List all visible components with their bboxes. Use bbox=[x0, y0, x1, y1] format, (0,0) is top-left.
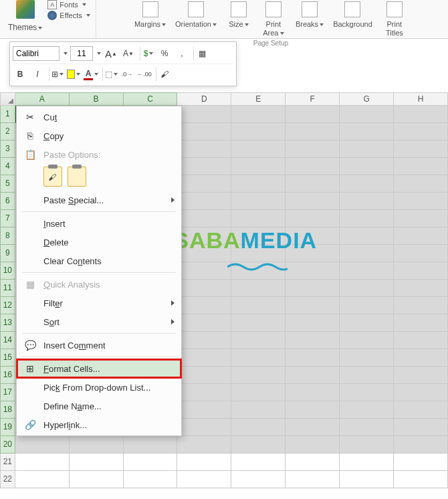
cell[interactable] bbox=[231, 227, 286, 245]
row-header[interactable]: 17 bbox=[0, 384, 15, 401]
italic-button[interactable]: I bbox=[30, 67, 45, 82]
cell[interactable] bbox=[394, 367, 448, 384]
insert-comment-menuitem[interactable]: 💬Insert Comment bbox=[17, 336, 181, 355]
cell[interactable] bbox=[340, 106, 394, 123]
cell[interactable] bbox=[70, 436, 124, 454]
row-header[interactable]: 20 bbox=[0, 436, 15, 454]
cell[interactable] bbox=[177, 280, 231, 297]
cell[interactable] bbox=[124, 471, 178, 488]
cell[interactable] bbox=[231, 349, 286, 367]
breaks-button[interactable]: Breaks bbox=[292, 0, 328, 38]
increase-font-button[interactable]: A▲ bbox=[104, 46, 118, 61]
font-name-combo[interactable] bbox=[13, 46, 60, 61]
cell[interactable] bbox=[340, 367, 394, 384]
cell[interactable] bbox=[177, 210, 231, 227]
cell[interactable] bbox=[340, 280, 394, 297]
cell[interactable] bbox=[286, 332, 340, 349]
cell[interactable] bbox=[394, 227, 448, 245]
cell[interactable] bbox=[340, 140, 394, 158]
row-header[interactable]: 13 bbox=[0, 314, 15, 332]
cell[interactable] bbox=[340, 227, 394, 245]
cell[interactable] bbox=[394, 332, 448, 349]
row-header[interactable]: 15 bbox=[0, 349, 15, 367]
cell[interactable] bbox=[177, 401, 231, 419]
row-header[interactable]: 9 bbox=[0, 245, 15, 262]
cell[interactable] bbox=[231, 140, 286, 158]
cell[interactable] bbox=[177, 158, 231, 175]
cell[interactable] bbox=[394, 436, 448, 454]
cell[interactable] bbox=[394, 471, 448, 488]
filter-menuitem[interactable]: Filter bbox=[17, 294, 181, 312]
cell[interactable] bbox=[177, 227, 231, 245]
cell[interactable] bbox=[286, 454, 340, 471]
font-size-combo[interactable] bbox=[70, 46, 93, 61]
row-header[interactable]: 6 bbox=[0, 193, 15, 210]
format-cells-dialog-icon[interactable]: ▦ bbox=[193, 46, 208, 61]
cell[interactable] bbox=[286, 471, 340, 488]
row-header[interactable]: 10 bbox=[0, 262, 15, 280]
paste-option-values[interactable] bbox=[68, 167, 86, 187]
cell[interactable] bbox=[286, 245, 340, 262]
cell[interactable] bbox=[394, 262, 448, 280]
row-header[interactable]: 22 bbox=[0, 471, 15, 488]
select-all-corner[interactable] bbox=[0, 92, 15, 106]
paste-special-menuitem[interactable]: Paste Special... bbox=[17, 191, 181, 209]
cell[interactable] bbox=[231, 280, 286, 297]
cell[interactable] bbox=[340, 419, 394, 436]
cell[interactable] bbox=[231, 384, 286, 401]
print-area-button[interactable]: Print Area bbox=[257, 0, 290, 38]
cell[interactable] bbox=[177, 384, 231, 401]
cell[interactable] bbox=[340, 454, 394, 471]
cell[interactable] bbox=[340, 401, 394, 419]
cell[interactable] bbox=[231, 332, 286, 349]
column-header[interactable]: F bbox=[286, 92, 340, 106]
cell[interactable] bbox=[340, 175, 394, 193]
cell[interactable] bbox=[231, 367, 286, 384]
column-header[interactable]: E bbox=[231, 92, 286, 106]
cell[interactable] bbox=[394, 349, 448, 367]
cell[interactable] bbox=[286, 123, 340, 140]
sort-menuitem[interactable]: Sort bbox=[17, 312, 181, 331]
cell[interactable] bbox=[286, 262, 340, 280]
cell[interactable] bbox=[286, 384, 340, 401]
row-header[interactable]: 19 bbox=[0, 419, 15, 436]
cell[interactable] bbox=[286, 158, 340, 175]
margins-button[interactable]: Margins bbox=[130, 0, 170, 38]
quick-analysis-menuitem[interactable]: ▦Quick Analysis bbox=[17, 275, 181, 294]
cell[interactable] bbox=[394, 106, 448, 123]
row-header[interactable]: 5 bbox=[0, 175, 15, 193]
effects-dropdown[interactable]: Effects bbox=[47, 11, 90, 20]
orientation-button[interactable]: Orientation bbox=[171, 0, 221, 38]
column-header[interactable]: B bbox=[70, 92, 124, 106]
cell[interactable] bbox=[124, 436, 178, 454]
cell[interactable] bbox=[394, 123, 448, 140]
cell[interactable] bbox=[178, 106, 232, 123]
cell[interactable] bbox=[177, 332, 231, 349]
cell[interactable] bbox=[340, 297, 394, 314]
cell[interactable] bbox=[340, 314, 394, 332]
cell[interactable] bbox=[231, 314, 286, 332]
cell[interactable] bbox=[177, 349, 231, 367]
accounting-format-button[interactable]: $ bbox=[140, 46, 154, 61]
cell[interactable] bbox=[286, 175, 340, 193]
cell[interactable] bbox=[231, 471, 286, 488]
bold-button[interactable]: B bbox=[13, 67, 27, 82]
row-header[interactable]: 3 bbox=[0, 140, 15, 158]
cell[interactable] bbox=[340, 210, 394, 227]
column-header[interactable]: D bbox=[177, 92, 231, 106]
decrease-decimal-button[interactable]: .0→ bbox=[120, 67, 134, 82]
paste-option-paste[interactable] bbox=[43, 167, 62, 187]
cell[interactable] bbox=[340, 245, 394, 262]
cell[interactable] bbox=[177, 367, 231, 384]
fill-color-button[interactable] bbox=[66, 67, 81, 82]
cell[interactable] bbox=[286, 227, 340, 245]
row-header[interactable]: 14 bbox=[0, 332, 15, 349]
cell[interactable] bbox=[177, 471, 231, 488]
cell[interactable] bbox=[124, 454, 178, 471]
cell[interactable] bbox=[286, 436, 340, 454]
cell[interactable] bbox=[177, 314, 231, 332]
print-titles-button[interactable]: Print Titles bbox=[378, 0, 411, 38]
font-color-button[interactable]: A bbox=[84, 67, 98, 82]
cell[interactable] bbox=[231, 210, 286, 227]
pick-from-list-menuitem[interactable]: Pick From Drop-down List... bbox=[17, 378, 181, 397]
